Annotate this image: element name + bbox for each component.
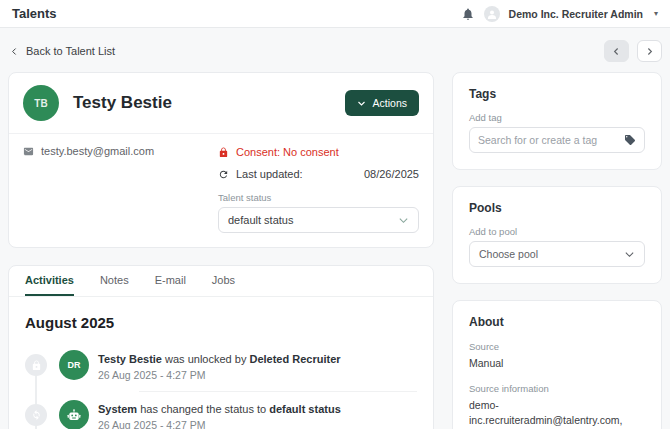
last-updated-row: Last updated: 08/26/2025 [218,168,419,180]
talent-status-value: default status [228,214,293,226]
month-heading: August 2025 [9,297,433,341]
robot-icon [59,400,89,429]
about-field-label: Source information [469,383,645,394]
talent-status-label: Talent status [218,192,419,203]
talent-status-select[interactable]: default status [218,207,419,233]
chevron-left-icon [612,47,621,56]
pools-card: Pools Add to pool Choose pool [452,186,662,284]
lock-icon [25,354,47,376]
pool-select-value: Choose pool [479,248,538,260]
talent-email[interactable]: testy.besty@gmail.com [41,145,154,157]
tags-title: Tags [469,87,645,101]
about-field-value: demo-inc.recruiteradmin@talentry.com, De… [469,398,645,429]
about-field-value: Manual [469,356,645,371]
envelope-icon [23,146,34,157]
pools-title: Pools [469,201,645,215]
chevron-right-icon [645,47,654,56]
activity-text: Testy Bestie was unlocked by Deleted Rec… [98,352,417,367]
user-avatar[interactable] [484,6,500,22]
activity-entry: System has changed the status to default… [25,393,417,429]
activity-timestamp: 26 Aug 2025 - 4:27 PM [98,369,417,381]
tab-notes[interactable]: Notes [100,266,129,296]
chevron-down-icon [357,99,366,108]
back-link-label: Back to Talent List [26,45,115,57]
actions-button-label: Actions [373,97,407,109]
back-bar: Back to Talent List [0,28,670,72]
last-updated-label: Last updated: [236,168,303,180]
refresh-icon [218,169,229,180]
about-title: About [469,315,645,329]
actions-button[interactable]: Actions [345,90,419,116]
activity-card: ActivitiesNotesE-mailJobs August 2025 DR… [8,265,434,429]
tags-card: Tags Add tag [452,72,662,170]
refresh-icon [25,404,47,426]
tab-e-mail[interactable]: E-mail [155,266,186,296]
chevron-left-icon [10,47,19,56]
chevron-down-icon [624,249,635,260]
talent-name: Testy Bestie [73,93,172,113]
tag-search-input[interactable] [478,134,624,146]
consent-row: Consent: No consent [218,146,419,158]
about-card: About SourceManualSource informationdemo… [452,300,662,429]
last-updated-value: 08/26/2025 [364,168,419,180]
profile-card: TB Testy Bestie Actions testy.besty@gmai… [8,72,434,248]
add-to-pool-label: Add to pool [469,226,645,237]
tab-activities[interactable]: Activities [25,266,74,296]
email-row: testy.besty@gmail.com [23,145,218,157]
add-tag-label: Add tag [469,112,645,123]
actor-avatar: DR [59,350,89,380]
timeline: DRTesty Bestie was unlocked by Deleted R… [9,341,433,429]
page-title: Talents [12,6,57,21]
next-talent-button[interactable] [637,40,662,62]
activity-timestamp: 26 Aug 2025 - 4:27 PM [98,419,417,429]
about-fields: SourceManualSource informationdemo-inc.r… [469,341,645,429]
tabs-row: ActivitiesNotesE-mailJobs [9,266,433,297]
entry-divider [139,391,417,392]
user-menu[interactable]: Demo Inc. Recruiter Admin [509,8,643,20]
about-field-label: Source [469,341,645,352]
lock-icon [218,147,229,158]
chevron-down-icon [398,215,409,226]
pool-select[interactable]: Choose pool [469,241,645,267]
notifications-bell-icon[interactable] [461,7,475,21]
previous-talent-button[interactable] [604,40,629,62]
back-to-talent-list-link[interactable]: Back to Talent List [10,45,115,57]
tab-jobs[interactable]: Jobs [212,266,235,296]
user-menu-caret-icon[interactable]: ▾ [654,9,658,18]
topbar: Talents Demo Inc. Recruiter Admin ▾ [0,0,670,28]
activity-entry: DRTesty Bestie was unlocked by Deleted R… [25,343,417,393]
activity-text: System has changed the status to default… [98,402,417,417]
talent-avatar: TB [23,85,59,121]
consent-status: Consent: No consent [236,146,339,158]
tag-icon [624,134,636,146]
